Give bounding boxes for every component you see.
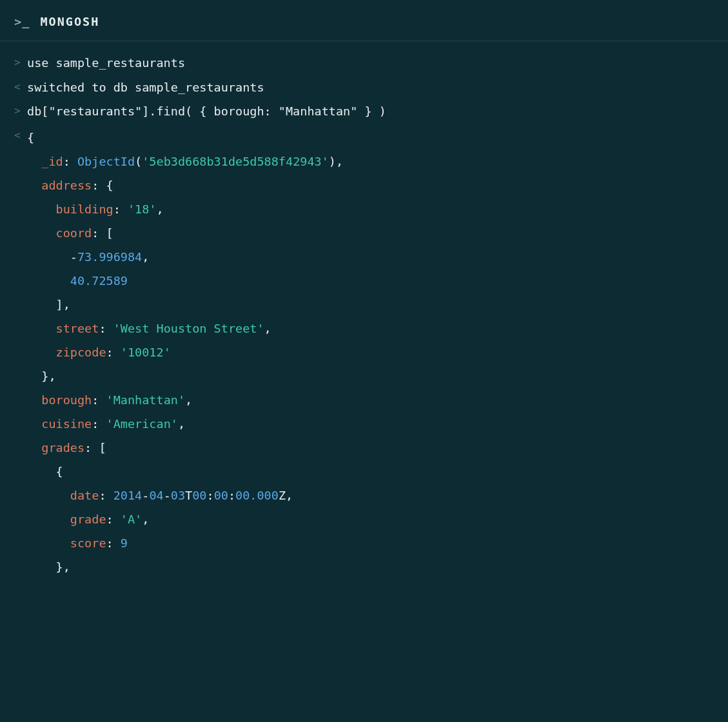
- prompt-output-icon: <: [14, 126, 27, 145]
- field-key-date: date: [70, 489, 99, 502]
- terminal-output[interactable]: > use sample_restaurants < switched to d…: [0, 41, 728, 578]
- coord-longitude: 73.996984: [77, 250, 142, 264]
- output-line: < switched to db sample_restaurants: [14, 77, 714, 97]
- field-key-cuisine: cuisine: [41, 417, 92, 431]
- field-value-borough: 'Manhattan': [106, 393, 186, 407]
- field-value-id: '5eb3d668b31de5d588f42943': [142, 155, 329, 168]
- command-text: db["restaurants"].find( { borough: "Manh…: [27, 101, 714, 121]
- field-key-address: address: [41, 179, 92, 192]
- prompt-output-icon: <: [14, 77, 27, 97]
- output-text: switched to db sample_restaurants: [27, 77, 714, 97]
- brace-open: {: [27, 131, 34, 144]
- field-value-zipcode: '10012': [121, 346, 171, 359]
- brace-open: {: [56, 465, 63, 478]
- command-text: use sample_restaurants: [27, 53, 714, 73]
- field-key-grades: grades: [41, 441, 84, 454]
- field-value-cuisine: 'American': [106, 417, 178, 431]
- header-prompt-glyph: >_: [14, 15, 30, 28]
- field-value-street: 'West Houston Street': [113, 322, 264, 335]
- bracket-close: ],: [56, 298, 70, 311]
- prompt-input-icon: >: [14, 53, 27, 72]
- field-value-score: 9: [121, 536, 128, 550]
- brace-close: },: [56, 560, 70, 574]
- input-line: > use sample_restaurants: [14, 53, 714, 73]
- field-key-grade: grade: [70, 512, 106, 526]
- field-value-building: '18': [128, 202, 157, 216]
- result-document: < { _id: ObjectId('5eb3d668b31de5d588f42…: [14, 126, 714, 579]
- field-key-building: building: [56, 202, 113, 216]
- field-key-zipcode: zipcode: [56, 346, 106, 359]
- field-key-coord: coord: [56, 226, 92, 240]
- field-key-street: street: [56, 322, 99, 335]
- brace-close: },: [41, 369, 55, 383]
- result-body: { _id: ObjectId('5eb3d668b31de5d588f4294…: [27, 126, 714, 579]
- objectid-func: ObjectId: [77, 155, 135, 168]
- input-line: > db["restaurants"].find( { borough: "Ma…: [14, 101, 714, 121]
- shell-header: >_ MONGOSH: [0, 0, 728, 41]
- field-key-score: score: [70, 536, 106, 550]
- field-key-borough: borough: [41, 393, 92, 407]
- prompt-input-icon: >: [14, 101, 27, 121]
- field-key-id: _id: [41, 155, 63, 168]
- coord-latitude: 40.72589: [70, 274, 128, 288]
- header-title: MONGOSH: [40, 15, 99, 28]
- field-value-grade: 'A': [121, 512, 142, 526]
